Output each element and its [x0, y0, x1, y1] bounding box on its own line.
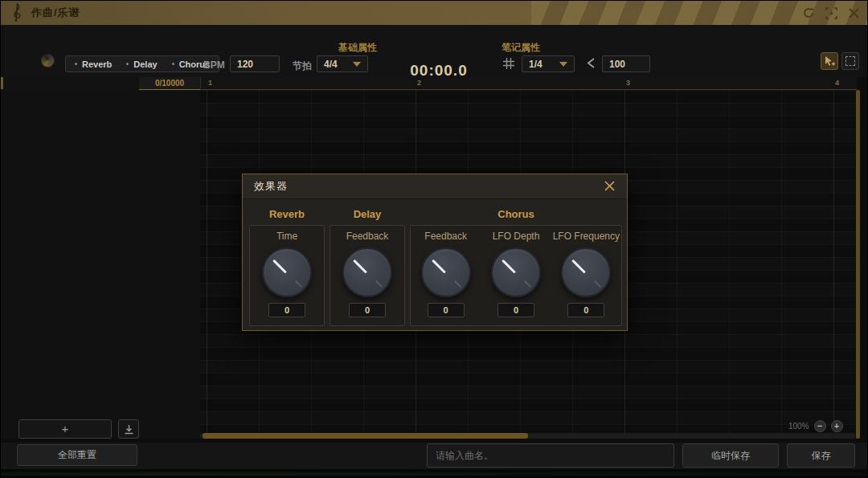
song-name-input[interactable]: [427, 443, 674, 468]
note-props-label: 笔记属性: [502, 41, 540, 55]
toggle-delay-label: Delay: [133, 59, 157, 69]
chorus-lfo-frequency-value[interactable]: 0: [567, 303, 604, 317]
effects-dialog-header: 效果器: [243, 174, 627, 199]
refresh-icon[interactable]: [801, 6, 816, 20]
knob-column-chorus-lfo-depth: LFO Depth 0: [481, 226, 551, 325]
track-list-panel: [1, 90, 200, 439]
zoom-in-button[interactable]: +: [831, 420, 843, 432]
knob-pointer: [502, 259, 516, 273]
dropdown-arrow-icon: [353, 62, 361, 67]
ruler-left-spacer: [1, 77, 139, 90]
close-icon[interactable]: [604, 180, 617, 194]
chorus-lfo-frequency-knob[interactable]: [561, 247, 611, 297]
knob-notch: [445, 272, 461, 288]
effects-icon[interactable]: [41, 54, 55, 67]
left-scroll-indicator: [1, 77, 3, 89]
chorus-feedback-value[interactable]: 0: [428, 303, 465, 317]
toggle-dot-icon: [172, 63, 174, 65]
temp-save-button[interactable]: 临时保存: [682, 443, 779, 468]
window-bottom-edge: [1, 469, 868, 478]
window-title: 作曲/乐谱: [31, 6, 80, 20]
knob-column-chorus-feedback: Feedback 0: [411, 226, 481, 325]
beat-dropdown[interactable]: 4/4: [317, 55, 368, 72]
note-division-dropdown[interactable]: 1/4: [522, 55, 575, 72]
titlebar: 作曲/乐谱: [1, 1, 868, 25]
basic-props-label: 基础属性: [338, 41, 377, 55]
toggle-dot-icon: [75, 63, 77, 65]
section-label-reverb: Reverb: [249, 208, 325, 220]
reset-all-button[interactable]: 全部重置: [17, 444, 137, 466]
bpm-label: BPM: [203, 59, 225, 71]
horizontal-scrollbar-thumb[interactable]: [203, 433, 528, 439]
section-label-chorus: Chorus: [410, 208, 622, 220]
knob-pointer: [432, 259, 445, 273]
toolbar: Reverb Delay Chorus BPM 基础属性 节拍 4/4 00:0…: [1, 25, 868, 77]
knob-notch: [586, 272, 602, 288]
beat-label: 节拍: [293, 59, 312, 73]
toggle-dot-icon: [126, 63, 129, 65]
export-button[interactable]: [118, 419, 139, 439]
timeline-ruler[interactable]: 1 2 3 4: [200, 77, 857, 90]
delay-feedback-knob[interactable]: [342, 247, 392, 297]
section-label-delay: Delay: [330, 208, 405, 220]
delay-feedback-value[interactable]: 0: [349, 303, 386, 317]
zoom-out-button[interactable]: −: [814, 420, 826, 432]
chorus-feedback-knob[interactable]: [421, 247, 471, 297]
velocity-icon: [585, 57, 597, 69]
velocity-input[interactable]: [602, 55, 650, 72]
vertical-scrollbar[interactable]: [856, 90, 860, 439]
knob-notch: [366, 272, 383, 288]
note-counter: 0/10000: [139, 77, 200, 90]
measure-number: 3: [626, 79, 630, 87]
knob-column-chorus-lfo-frequency: LFO Frequency 0: [551, 226, 621, 325]
save-button[interactable]: 保存: [787, 443, 855, 468]
knob-notch: [286, 272, 302, 288]
effects-dialog: 效果器 Reverb Delay Chorus Time 0 Feedback: [242, 174, 628, 331]
zoom-level: 100%: [788, 422, 809, 431]
composer-window: 作曲/乐谱 Reverb Delay: [0, 0, 868, 478]
measure-number: 1: [208, 79, 212, 87]
knob-pointer: [572, 259, 586, 273]
pencil-cursor-tool-button[interactable]: [821, 52, 838, 70]
param-label: Time: [276, 231, 297, 242]
delay-group: Feedback 0: [330, 225, 405, 326]
marquee-icon: [845, 56, 855, 66]
reverb-group: Time 0: [249, 225, 325, 326]
maximize-icon[interactable]: [824, 6, 838, 20]
param-label: LFO Frequency: [553, 231, 620, 242]
knob-pointer: [354, 259, 367, 273]
reverb-time-value[interactable]: 0: [268, 303, 305, 317]
beat-value: 4/4: [324, 59, 338, 70]
treble-clef-icon: [9, 2, 25, 23]
note-division-value: 1/4: [529, 59, 542, 70]
toggle-delay[interactable]: Delay: [119, 56, 164, 71]
toggle-reverb-label: Reverb: [82, 59, 112, 69]
horizontal-scrollbar[interactable]: [200, 433, 855, 439]
vertical-scrollbar-thumb[interactable]: [856, 90, 860, 439]
dropdown-arrow-icon: [559, 62, 567, 67]
knob-column-delay-feedback: Feedback 0: [332, 226, 403, 325]
chorus-lfo-depth-value[interactable]: 0: [497, 303, 534, 317]
knob-column-reverb-time: Time 0: [252, 226, 322, 325]
zoom-control: 100% − +: [788, 420, 843, 432]
effects-toggle-group: Reverb Delay Chorus: [65, 55, 219, 72]
toggle-reverb[interactable]: Reverb: [68, 56, 119, 71]
bpm-input[interactable]: [230, 55, 280, 72]
bottom-bar: 全部重置 临时保存 保存: [1, 443, 868, 469]
cursor-plus-icon: [824, 55, 835, 67]
measure-number: 2: [417, 79, 421, 87]
measure-number: 4: [835, 79, 839, 87]
param-label: Feedback: [424, 231, 467, 242]
reverb-time-knob[interactable]: [262, 247, 312, 297]
marquee-select-tool-button[interactable]: [841, 52, 859, 70]
chorus-lfo-depth-knob[interactable]: [491, 247, 541, 297]
add-track-button[interactable]: +: [18, 419, 112, 439]
param-label: Feedback: [346, 231, 389, 242]
effects-dialog-title: 效果器: [254, 179, 288, 194]
knob-pointer: [273, 259, 287, 273]
grid-icon: [502, 57, 515, 70]
chorus-group: Feedback 0 LFO Depth 0 LFO Frequency: [410, 225, 622, 326]
knob-notch: [515, 272, 531, 288]
param-label: LFO Depth: [493, 231, 540, 242]
close-window-icon[interactable]: [846, 6, 861, 20]
